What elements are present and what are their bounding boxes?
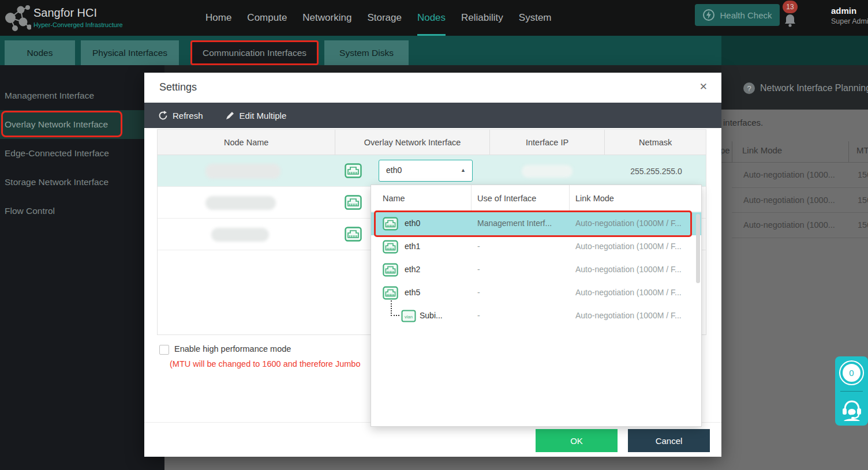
background-partial-text: interfaces. <box>723 118 763 127</box>
table-row[interactable]: eth0 ▲ 255.255.255.0 <box>158 155 706 187</box>
notification-badge: 13 <box>783 1 798 13</box>
option-link-mode: Auto-negotiation (1000M / F... <box>575 242 682 251</box>
option-use: - <box>477 265 480 274</box>
health-check-button[interactable]: Health Check <box>695 4 780 26</box>
nav-storage[interactable]: Storage <box>367 0 402 36</box>
bg-header-border <box>721 162 868 163</box>
sidebar-item-management-interface[interactable]: Management Interface <box>0 81 164 110</box>
refresh-label: Refresh <box>173 111 203 121</box>
background-panel-header: ? Network Interface Planning <box>721 65 868 110</box>
headset-support-icon[interactable] <box>841 398 862 421</box>
help-icon: ? <box>743 82 755 94</box>
health-check-label: Health Check <box>720 10 772 20</box>
interface-select-value: eth0 <box>386 166 402 175</box>
dd-col-name: Name <box>383 185 405 212</box>
nav-nodes[interactable]: Nodes <box>417 0 446 36</box>
modal-toolbar: Refresh Edit Multiple <box>144 103 721 128</box>
option-link-mode: Auto-negotiation (1000M / F... <box>575 288 682 297</box>
notification-bell-icon[interactable] <box>783 13 797 28</box>
ethernet-port-icon <box>345 227 362 242</box>
option-use: - <box>477 311 480 320</box>
option-name: eth0 <box>405 219 420 228</box>
bg-column-link-mode: Link Mode <box>742 145 782 155</box>
sidebar-item-overlay-network-interface[interactable]: Overlay Network Interface <box>0 110 164 139</box>
redacted-node-name <box>205 164 280 179</box>
edit-multiple-button[interactable]: Edit Multiple <box>225 111 287 121</box>
pencil-icon <box>225 111 235 121</box>
bg-column-separator <box>848 141 849 162</box>
tab-communication-interfaces[interactable]: Communication Interfaces <box>190 40 319 65</box>
brand-subtitle: Hyper-Converged Infrastructure <box>33 21 123 28</box>
bg-row-mtu: 150 <box>858 195 868 205</box>
close-icon[interactable]: ✕ <box>699 81 708 93</box>
ethernet-port-icon <box>383 240 398 254</box>
option-link-mode: Auto-negotiation (1000M / F... <box>575 311 682 320</box>
support-chat-widget: 0 <box>835 356 868 426</box>
option-name: Subi... <box>420 311 443 320</box>
dropdown-option-subinterface[interactable]: vlan Subi... - Auto-negotiation (1000M /… <box>371 304 701 328</box>
tab-nodes[interactable]: Nodes <box>5 40 75 65</box>
bg-row-link-mode: Auto-negotiation (1000... <box>743 195 835 205</box>
nav-networking[interactable]: Networking <box>302 0 351 36</box>
col-node-name: Node Name <box>158 130 335 155</box>
redacted-node-name <box>211 228 269 242</box>
tab-physical-interfaces[interactable]: Physical Interfaces <box>81 40 179 65</box>
nav-compute[interactable]: Compute <box>247 0 287 36</box>
ethernet-port-icon <box>383 263 398 277</box>
nav-reliability[interactable]: Reliability <box>461 0 503 36</box>
bg-row-mtu: 150 <box>858 220 868 230</box>
refresh-button[interactable]: Refresh <box>158 111 203 121</box>
cancel-button[interactable]: Cancel <box>628 429 710 452</box>
user-menu[interactable]: admin Super Admin <box>831 6 868 25</box>
main-nav: Home Compute Networking Storage Nodes Re… <box>205 0 552 36</box>
dropdown-header-row: Name Use of Interface Link Mode <box>371 185 701 212</box>
tree-connector <box>391 300 399 316</box>
bg-row-link-mode: Auto-negotiation (1000... <box>743 220 835 230</box>
dropdown-option-eth5[interactable]: eth5 - Auto-negotiation (1000M / F... <box>371 281 701 304</box>
option-name: eth2 <box>405 265 420 274</box>
brand-title: Sangfor HCI <box>33 6 97 20</box>
dd-column-separator <box>471 185 472 211</box>
bg-row-border <box>732 212 868 213</box>
redacted-node-name <box>205 196 276 210</box>
col-netmask: Netmask <box>604 130 706 155</box>
col-overlay-network-interface: Overlay Network Interface <box>335 130 489 155</box>
tab-bar-dim-overlay <box>721 36 868 65</box>
dropdown-option-eth1[interactable]: eth1 - Auto-negotiation (1000M / F... <box>371 235 701 258</box>
settings-modal: Settings ✕ Refresh Edit Multiple Node Na… <box>144 73 721 457</box>
refresh-icon <box>158 111 168 121</box>
ok-button[interactable]: OK <box>536 429 618 452</box>
dropdown-option-eth2[interactable]: eth2 - Auto-negotiation (1000M / F... <box>371 258 701 281</box>
top-bar: Sangfor HCI Hyper-Converged Infrastructu… <box>0 0 868 36</box>
interface-select[interactable]: eth0 ▲ <box>379 160 473 182</box>
table-header-row: Node Name Overlay Network Interface Inte… <box>158 130 706 155</box>
sidebar-item-storage-network-interface[interactable]: Storage Network Interface <box>0 168 164 197</box>
sidebar-item-flow-control[interactable]: Flow Control <box>0 197 164 225</box>
ethernet-port-icon <box>345 195 362 210</box>
dd-col-use-of-interface: Use of Interface <box>477 185 536 212</box>
chat-message-count-button[interactable]: 0 <box>839 360 864 385</box>
high-performance-checkbox[interactable] <box>159 345 169 355</box>
user-name: admin <box>831 6 868 16</box>
bg-column-separator <box>732 141 732 162</box>
dropdown-option-eth0[interactable]: eth0 Management Interf... Auto-negotiati… <box>371 212 701 235</box>
nav-system[interactable]: System <box>519 0 552 36</box>
sidebar-item-edge-connected-interface[interactable]: Edge-Connected Interface <box>0 139 164 168</box>
option-use: Management Interf... <box>477 219 552 228</box>
option-use: - <box>477 288 480 297</box>
interface-dropdown-panel: Name Use of Interface Link Mode eth0 Man… <box>371 185 702 427</box>
mtu-warning-note: (MTU will be changed to 1600 and therefo… <box>170 359 360 369</box>
bg-row-border <box>732 238 868 238</box>
bg-row-border <box>732 187 868 188</box>
vlan-subinterface-icon: vlan <box>401 310 416 322</box>
bg-row-link-mode: Auto-negotiation (1000... <box>743 170 835 179</box>
edit-multiple-label: Edit Multiple <box>240 111 287 121</box>
dropdown-scrollbar[interactable] <box>696 214 700 283</box>
option-name: eth1 <box>405 242 420 251</box>
option-name: eth5 <box>405 288 420 297</box>
ethernet-port-icon <box>345 163 362 178</box>
nav-home[interactable]: Home <box>205 0 231 36</box>
caret-up-icon: ▲ <box>461 167 466 173</box>
ethernet-port-icon <box>383 286 398 300</box>
tab-system-disks[interactable]: System Disks <box>324 40 409 65</box>
